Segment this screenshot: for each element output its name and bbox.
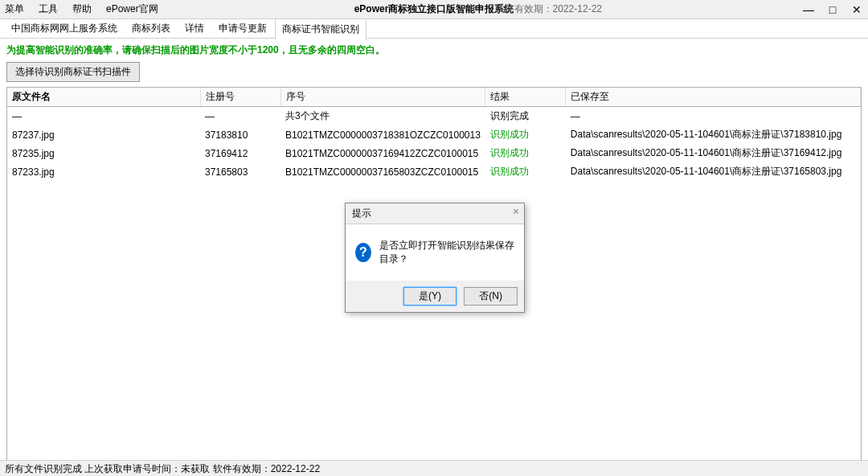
titlebar: 菜单 工具 帮助 ePower官网 ePower商标独立接口版智能申报系统 软件… xyxy=(0,0,868,19)
dialog-title: 提示 xyxy=(352,207,371,219)
cell-file: 87237.jpg xyxy=(7,125,200,144)
table-row[interactable]: 87235.jpg 37169412 B1021TMZC000000371694… xyxy=(7,144,861,162)
cell-save: Data\scanresults\2020-05-11-104601\商标注册证… xyxy=(566,144,861,162)
table-header-row: 原文件名 注册号 序号 结果 已保存至 xyxy=(7,88,861,107)
question-icon: ? xyxy=(355,243,371,262)
dialog-close-icon[interactable]: × xyxy=(513,205,519,218)
dialog-buttons: 是(Y) 否(N) xyxy=(346,281,524,312)
menu-gongju[interactable]: 工具 xyxy=(39,2,58,16)
dialog-titlebar: 提示 × xyxy=(346,203,524,224)
yes-button[interactable]: 是(Y) xyxy=(403,287,457,306)
cell-seq: B1021TMZC0000003718381OZCZC0100013 xyxy=(280,125,485,144)
dialog-message: 是否立即打开智能识别结果保存目录？ xyxy=(379,239,514,266)
table-summary-row: — — 共3个文件 识别完成 — xyxy=(7,107,861,126)
app-title: ePower商标独立接口版智能申报系统 xyxy=(354,2,514,16)
cell-result: 识别成功 xyxy=(485,125,566,144)
table-row[interactable]: 87237.jpg 37183810 B1021TMZC000000371838… xyxy=(7,125,861,144)
tabbar: 中国商标网网上服务系统 商标列表 详情 申请号更新 商标证书智能识别 xyxy=(0,19,868,39)
cell-result: 识别成功 xyxy=(485,144,566,162)
no-button[interactable]: 否(N) xyxy=(464,287,518,306)
tab-tm-service[interactable]: 中国商标网网上服务系统 xyxy=(5,18,124,39)
statusbar: 所有文件识别完成 上次获取申请号时间：未获取 软件有效期：2022-12-22 xyxy=(0,460,868,476)
hint-text: 为提高智能识别的准确率，请确保扫描后的图片宽度不小于1200，且无多余的四周空白… xyxy=(0,39,868,62)
cell-result: 识别成功 xyxy=(485,162,566,181)
maximize-button[interactable]: □ xyxy=(825,3,841,16)
menu-epower[interactable]: ePower官网 xyxy=(106,2,158,16)
expiry-label: 软件有效期： xyxy=(495,3,553,14)
cell-seq: B1021TMZC00000037169412ZCZC0100015 xyxy=(280,144,485,162)
toolbar: 选择待识别商标证书扫描件 xyxy=(0,62,868,87)
th-result[interactable]: 结果 xyxy=(485,88,566,107)
window-buttons: — □ ✕ xyxy=(800,3,865,16)
table-row[interactable]: 87233.jpg 37165803 B1021TMZC000000371658… xyxy=(7,162,861,181)
tab-appno-update[interactable]: 申请号更新 xyxy=(212,18,273,39)
th-regno[interactable]: 注册号 xyxy=(200,88,280,107)
cell-file: 87233.jpg xyxy=(7,162,200,181)
results-table: 原文件名 注册号 序号 结果 已保存至 — — 共3个文件 识别完成 — 872… xyxy=(7,88,861,181)
dialog-body: ? 是否立即打开智能识别结果保存目录？ xyxy=(346,224,524,281)
th-saveto[interactable]: 已保存至 xyxy=(566,88,861,107)
cell: — xyxy=(566,107,861,126)
cell-file: 87235.jpg xyxy=(7,144,200,162)
cell: 识别完成 xyxy=(485,107,566,126)
cell-reg: 37165803 xyxy=(200,162,280,181)
cell: — xyxy=(7,107,200,126)
tab-cert-ocr[interactable]: 商标证书智能识别 xyxy=(275,18,366,40)
cell-save: Data\scanresults\2020-05-11-104601\商标注册证… xyxy=(566,125,861,144)
menu-bangzhu[interactable]: 帮助 xyxy=(72,2,92,16)
cell: — xyxy=(200,107,280,126)
cell-reg: 37183810 xyxy=(200,125,280,144)
select-files-button[interactable]: 选择待识别商标证书扫描件 xyxy=(6,62,140,82)
confirm-dialog: 提示 × ? 是否立即打开智能识别结果保存目录？ 是(Y) 否(N) xyxy=(345,203,525,313)
menu-caidan[interactable]: 菜单 xyxy=(5,2,24,16)
cell-save: Data\scanresults\2020-05-11-104601\商标注册证… xyxy=(566,162,861,181)
expiry-info: 软件有效期：2022-12-22 xyxy=(495,2,602,16)
minimize-button[interactable]: — xyxy=(800,3,817,16)
menu-group: 菜单 工具 帮助 ePower官网 xyxy=(5,2,158,16)
cell-seq: B1021TMZC00000037165803ZCZC0100015 xyxy=(280,162,485,181)
th-filename[interactable]: 原文件名 xyxy=(7,88,200,107)
cell-reg: 37169412 xyxy=(200,144,280,162)
expiry-date: 2022-12-22 xyxy=(553,3,602,14)
tab-tm-list[interactable]: 商标列表 xyxy=(125,18,177,39)
close-button[interactable]: ✕ xyxy=(849,3,865,16)
cell: 共3个文件 xyxy=(280,107,485,126)
tab-detail[interactable]: 详情 xyxy=(178,18,211,39)
th-seq[interactable]: 序号 xyxy=(280,88,485,107)
